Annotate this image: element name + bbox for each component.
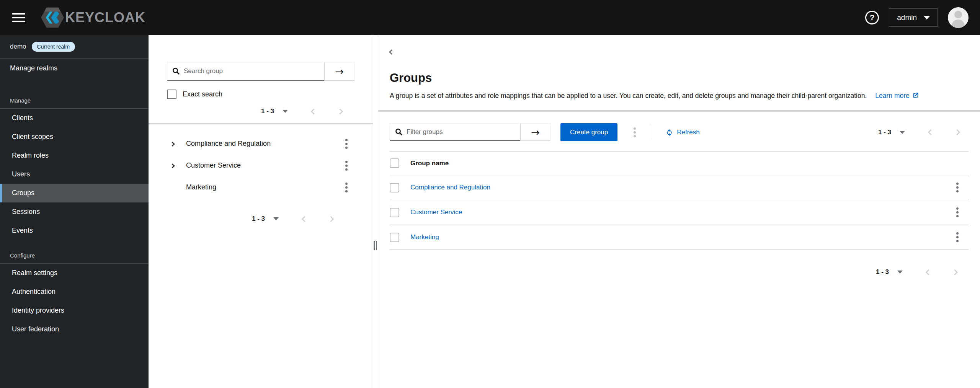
tree-item-label[interactable]: Customer Service — [186, 161, 241, 170]
kebab-menu-icon[interactable] — [342, 159, 351, 172]
sidebar-item-authentication[interactable]: Authentication — [0, 282, 149, 301]
filter-groups-search: → — [390, 123, 550, 141]
refresh-label: Refresh — [677, 129, 700, 136]
refresh-button[interactable]: Refresh — [665, 128, 700, 136]
main-content: Groups A group is a set of attributes an… — [378, 35, 980, 388]
group-link[interactable]: Marketing — [410, 233, 439, 241]
exact-search-checkbox[interactable] — [167, 90, 176, 99]
sidebar-item-users[interactable]: Users — [0, 165, 149, 184]
user-menu-dropdown[interactable]: admin — [889, 8, 938, 27]
chevron-down-icon — [924, 16, 930, 20]
pagination-range[interactable]: 1 - 3 — [876, 268, 889, 276]
keycloak-logo-icon — [41, 7, 64, 28]
table-row: Marketing — [390, 225, 969, 250]
chevron-down-icon[interactable] — [283, 110, 288, 113]
groups-table: Group name Compliance and Regulation Cus… — [390, 151, 969, 250]
column-header-group-name[interactable]: Group name — [410, 152, 946, 175]
tree-item: Compliance and Regulation — [167, 133, 354, 155]
filter-groups-input[interactable] — [407, 128, 515, 136]
prev-page-icon[interactable] — [926, 269, 932, 275]
sidebar-item-clients[interactable]: Clients — [0, 109, 149, 127]
expand-chevron-icon[interactable] — [171, 140, 186, 147]
help-icon[interactable]: ? — [865, 11, 879, 24]
create-group-button[interactable]: Create group — [560, 123, 617, 141]
prev-page-icon[interactable] — [928, 129, 934, 135]
table-pagination-bottom: 1 - 3 — [390, 268, 969, 276]
search-submit-button[interactable]: → — [324, 62, 354, 81]
pagination-range[interactable]: 1 - 3 — [261, 108, 274, 115]
exact-search-label: Exact search — [183, 90, 222, 98]
prev-page-icon[interactable] — [302, 216, 308, 222]
sidebar-section-manage: Manage — [0, 93, 149, 109]
table-pagination-top: 1 - 3 — [878, 129, 959, 136]
sidebar-item-groups[interactable]: Groups — [0, 184, 149, 202]
toolbar-kebab-menu-icon[interactable] — [630, 126, 639, 139]
pagination-range[interactable]: 1 - 3 — [878, 129, 891, 136]
chevron-down-icon[interactable] — [897, 271, 903, 274]
external-link-icon — [912, 92, 919, 99]
toolbar-divider — [652, 124, 652, 140]
realm-name: demo — [10, 43, 26, 51]
collapse-drawer-button[interactable] — [390, 47, 400, 57]
row-kebab-menu-icon[interactable] — [946, 206, 969, 219]
page-title: Groups — [390, 71, 969, 85]
kebab-menu-icon[interactable] — [342, 137, 351, 150]
pagination-range[interactable]: 1 - 3 — [252, 215, 265, 223]
table-header-row: Group name — [390, 152, 969, 175]
expand-chevron-icon[interactable] — [171, 162, 186, 169]
tree-pagination-top: 1 - 3 — [167, 108, 354, 115]
group-link[interactable]: Customer Service — [410, 209, 462, 216]
panel-resize-handle[interactable] — [373, 35, 378, 388]
tree-pagination-bottom: 1 - 3 — [167, 215, 354, 223]
sidebar: demo Current realm Manage realms Manage … — [0, 35, 149, 388]
groups-toolbar: → Create group Refresh 1 - 3 — [390, 123, 969, 141]
sidebar-item-user-federation[interactable]: User federation — [0, 320, 149, 339]
learn-more-link[interactable]: Learn more — [875, 92, 919, 99]
current-realm-badge: Current realm — [32, 42, 75, 52]
masthead: KEYCLOAK ? admin — [0, 0, 980, 35]
avatar[interactable] — [948, 7, 969, 28]
row-checkbox[interactable] — [390, 208, 399, 217]
sidebar-item-sessions[interactable]: Sessions — [0, 202, 149, 221]
next-page-icon[interactable] — [328, 216, 334, 222]
chevron-down-icon[interactable] — [273, 217, 279, 220]
row-checkbox[interactable] — [390, 183, 399, 192]
sidebar-item-realm-roles[interactable]: Realm roles — [0, 146, 149, 165]
table-row: Compliance and Regulation — [390, 175, 969, 200]
nav-toggle-icon[interactable] — [12, 11, 25, 24]
sidebar-section-configure: Configure — [0, 248, 149, 264]
search-icon — [395, 128, 403, 136]
tree-item-label[interactable]: Marketing — [186, 183, 216, 191]
search-group-input[interactable] — [184, 67, 319, 75]
sidebar-item-manage-realms[interactable]: Manage realms — [0, 59, 149, 78]
kebab-menu-icon[interactable] — [342, 181, 351, 194]
keycloak-logo[interactable]: KEYCLOAK — [41, 7, 145, 28]
row-kebab-menu-icon[interactable] — [946, 181, 969, 194]
groups-tree: Compliance and Regulation Customer Servi… — [149, 124, 373, 223]
user-menu-label: admin — [897, 13, 917, 22]
next-page-icon[interactable] — [952, 269, 958, 275]
group-link[interactable]: Compliance and Regulation — [410, 184, 490, 191]
tree-item-label[interactable]: Compliance and Regulation — [186, 140, 271, 148]
next-page-icon[interactable] — [337, 108, 343, 114]
chevron-down-icon[interactable] — [900, 131, 905, 134]
row-checkbox[interactable] — [390, 233, 399, 242]
search-icon — [172, 67, 180, 75]
sidebar-item-client-scopes[interactable]: Client scopes — [0, 127, 149, 146]
sidebar-item-realm-settings[interactable]: Realm settings — [0, 264, 149, 282]
filter-submit-button[interactable]: → — [520, 124, 550, 141]
realm-selector[interactable]: demo Current realm — [0, 35, 149, 59]
prev-page-icon[interactable] — [311, 108, 317, 114]
sidebar-item-events[interactable]: Events — [0, 221, 149, 240]
brand-text: KEYCLOAK — [65, 10, 145, 26]
sidebar-item-identity-providers[interactable]: Identity providers — [0, 301, 149, 320]
select-all-checkbox[interactable] — [390, 158, 399, 168]
table-row: Customer Service — [390, 200, 969, 225]
refresh-icon — [665, 128, 673, 136]
section-divider — [378, 110, 980, 112]
page-description: A group is a set of attributes and role … — [390, 90, 929, 102]
row-kebab-menu-icon[interactable] — [946, 231, 969, 244]
group-search: → — [167, 62, 354, 81]
tree-item: Marketing — [167, 176, 354, 198]
next-page-icon[interactable] — [954, 129, 960, 135]
